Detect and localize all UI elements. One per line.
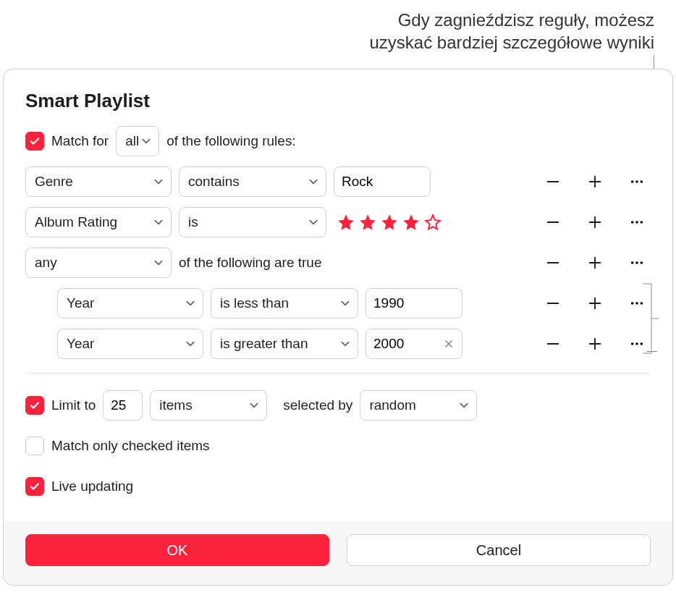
match-checked-checkbox[interactable] [25,436,44,455]
match-mode-value: all [125,133,139,149]
chevron-down-icon [459,400,469,410]
minus-icon [545,174,561,190]
svg-point-9 [631,302,634,305]
dialog-title: Smart Playlist [25,90,651,112]
svg-point-5 [641,221,643,224]
rule-field-select[interactable]: Year [57,288,203,318]
dialog-footer: OK Cancel [4,521,672,585]
minus-icon [545,214,561,230]
rule-field-select[interactable]: Album Rating [25,207,172,237]
clear-input-button[interactable] [441,336,457,352]
svg-point-7 [635,261,638,264]
cancel-button-label: Cancel [476,542,521,559]
star-icon[interactable] [402,213,421,232]
remove-rule-button[interactable] [542,211,564,233]
svg-point-10 [635,302,638,305]
star-icon[interactable] [358,213,377,232]
rule-actions [542,211,651,233]
match-mode-select[interactable]: all [116,126,159,156]
limit-unit-select[interactable]: items [150,390,267,421]
minus-icon [545,336,561,352]
chevron-down-icon [153,177,164,187]
rule-op-select[interactable]: is [179,207,326,237]
chevron-down-icon [185,339,195,349]
cancel-button[interactable]: Cancel [347,534,651,566]
rule-field-select[interactable]: Year [57,329,203,359]
rule-op-select[interactable]: is greater than [211,329,358,359]
more-rule-button[interactable] [626,252,648,274]
more-rule-button[interactable] [626,171,648,193]
match-prefix: Match for [51,133,109,149]
rule-row: Genre contains [25,166,651,198]
rule-field-value: Genre [35,174,73,190]
rule-op-value: is [188,214,198,230]
selected-by-select[interactable]: random [360,390,477,421]
add-rule-button[interactable] [584,171,606,193]
chevron-down-icon [185,298,195,308]
svg-point-6 [631,261,634,264]
rule-actions [542,252,651,274]
ok-button-label: OK [167,542,188,559]
smart-playlist-dialog: Smart Playlist Match for all of the foll… [3,69,673,586]
match-row: Match for all of the following rules: [25,125,651,157]
remove-rule-button[interactable] [542,252,564,274]
plus-icon [587,174,603,190]
selected-by-value: random [369,397,415,413]
group-mode-value: any [35,255,57,271]
ellipsis-icon [629,255,645,271]
limit-count-input[interactable] [103,390,143,421]
plus-icon [587,214,603,230]
live-updating-checkbox[interactable] [25,477,44,496]
add-rule-button[interactable] [584,211,606,233]
rule-row-nested: Year is greater than [25,328,651,360]
add-rule-button[interactable] [584,252,606,274]
rule-actions [542,333,651,355]
rule-op-select[interactable]: contains [179,166,326,197]
rule-value-wrap [366,329,462,359]
group-mode-select[interactable]: any [25,248,172,278]
star-rating[interactable] [334,213,442,232]
rule-group-row: any of the following are true [25,247,651,279]
ellipsis-icon [629,214,645,230]
rule-field-value: Album Rating [35,214,117,230]
rule-value-input[interactable] [366,288,462,318]
remove-rule-button[interactable] [542,292,564,314]
more-rule-button[interactable] [626,211,648,233]
rule-op-value: is less than [220,295,289,311]
rule-row: Album Rating is [25,206,651,238]
add-rule-button[interactable] [584,333,606,355]
close-icon [444,339,454,349]
rule-field-value: Year [67,295,94,311]
svg-point-1 [635,180,638,183]
chevron-down-icon [153,258,164,268]
remove-rule-button[interactable] [542,333,564,355]
match-checkbox[interactable] [25,132,44,151]
limit-checkbox[interactable] [25,396,44,415]
remove-rule-button[interactable] [542,171,564,193]
chevron-down-icon [340,298,350,308]
star-outline-icon[interactable] [423,213,442,232]
limit-label: Limit to [51,397,96,413]
bracket-svg [640,281,660,359]
chevron-down-icon [340,339,350,349]
rule-op-value: is greater than [220,336,308,352]
live-updating-row: Live updating [25,471,651,502]
rule-actions [542,292,651,314]
star-icon[interactable] [337,213,355,232]
rule-value-input[interactable] [334,166,431,197]
svg-point-3 [631,221,634,224]
match-checked-label: Match only checked items [51,438,210,454]
rule-op-select[interactable]: is less than [211,288,358,318]
plus-icon [587,295,603,311]
ok-button[interactable]: OK [25,534,329,566]
limit-row: Limit to items selected by random [25,389,651,421]
rule-field-select[interactable]: Genre [25,166,172,197]
callout-line1: Gdy zagnieździsz reguły, możesz [370,9,655,31]
star-icon[interactable] [380,213,399,232]
dialog-body: Smart Playlist Match for all of the foll… [4,69,672,521]
match-suffix: of the following rules: [166,133,296,149]
add-rule-button[interactable] [584,292,606,314]
chevron-down-icon [153,217,164,227]
group-suffix: of the following are true [179,255,322,271]
plus-icon [587,255,603,271]
